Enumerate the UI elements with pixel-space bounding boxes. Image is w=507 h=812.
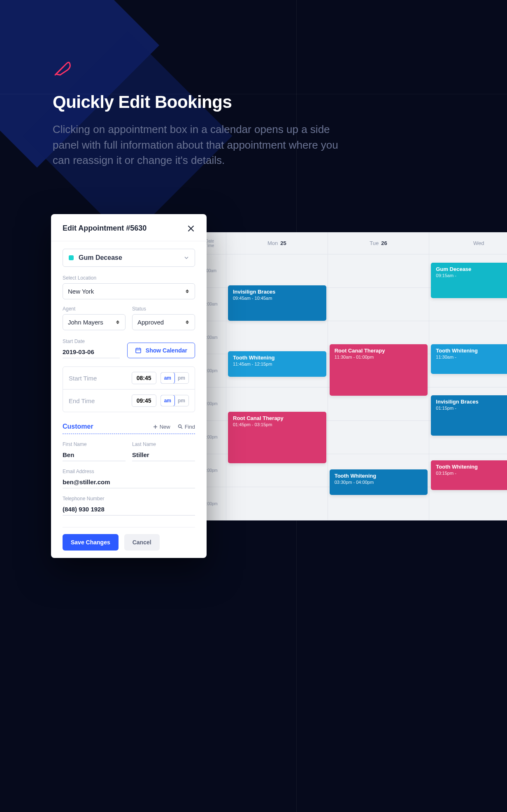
calendar-event[interactable]: Tooth Whitening11:45am - 12:15pm bbox=[228, 351, 326, 377]
status-label: Status bbox=[132, 306, 195, 312]
calendar-event[interactable]: Tooth Whitening11:30am - bbox=[431, 344, 507, 374]
event-title: Tooth Whitening bbox=[436, 464, 507, 470]
event-title: Root Canal Therapy bbox=[335, 348, 423, 354]
event-time: 01:15pm - bbox=[436, 406, 507, 411]
phone-label: Telephone Number bbox=[63, 496, 195, 502]
service-select[interactable]: Gum Decease bbox=[63, 249, 195, 267]
calendar-event[interactable]: Tooth Whitening03:30pm - 04:00pm bbox=[330, 469, 428, 495]
pm-option[interactable]: pm bbox=[174, 395, 188, 406]
service-color-dot bbox=[69, 255, 74, 260]
event-title: Tooth Whitening bbox=[436, 348, 507, 354]
select-arrows-icon bbox=[116, 320, 120, 324]
am-option[interactable]: am bbox=[160, 395, 175, 406]
event-time: 03:30pm - 04:00pm bbox=[335, 480, 423, 485]
feather-icon bbox=[53, 58, 72, 77]
customer-heading: Customer bbox=[63, 423, 93, 430]
calendar-day-header[interactable]: Mon25 bbox=[226, 232, 328, 254]
cancel-button[interactable]: Cancel bbox=[124, 534, 160, 551]
agent-label: Agent bbox=[63, 306, 126, 312]
email-input[interactable] bbox=[63, 477, 195, 488]
svg-rect-1 bbox=[136, 348, 141, 353]
calendar-event[interactable]: Root Canal Therapy11:30am - 01:00pm bbox=[330, 344, 428, 396]
status-select[interactable]: Approved bbox=[132, 314, 195, 330]
svg-point-5 bbox=[178, 425, 181, 428]
edit-appointment-panel: Edit Appointment #5630 Gum Decease Selec… bbox=[51, 214, 207, 558]
end-time-label: End Time bbox=[69, 397, 128, 404]
ampm-toggle[interactable]: am pm bbox=[160, 395, 189, 406]
search-icon bbox=[178, 424, 183, 429]
last-name-label: Last Name bbox=[132, 441, 195, 447]
hero-title: Quickly Edit Bookings bbox=[53, 92, 353, 112]
start-date-label: Start Date bbox=[63, 338, 120, 344]
select-arrows-icon bbox=[186, 289, 190, 293]
select-arrows-icon bbox=[186, 320, 190, 324]
calendar-event[interactable]: Root Canal Therapy01:45pm - 03:15pm bbox=[228, 412, 326, 463]
start-time-input[interactable] bbox=[132, 372, 156, 384]
event-title: Tooth Whitening bbox=[335, 473, 423, 479]
event-title: Tooth Whitening bbox=[233, 355, 321, 361]
event-time: 11:45am - 12:15pm bbox=[233, 362, 321, 366]
hero-section: Quickly Edit Bookings Clicking on appoin… bbox=[53, 58, 353, 168]
calendar-widget: Date Time Mon25 Tue26 Wed 9:00am 10:00am… bbox=[193, 232, 507, 520]
location-label: Select Location bbox=[63, 275, 195, 281]
calendar-day-header[interactable]: Wed bbox=[429, 232, 507, 254]
start-date-input[interactable] bbox=[63, 347, 120, 358]
calendar-event[interactable]: Tooth Whitening03:15pm - bbox=[431, 460, 507, 490]
agent-select[interactable]: John Mayers bbox=[63, 314, 126, 330]
event-time: 03:15pm - bbox=[436, 471, 507, 476]
event-time: 09:15am - bbox=[436, 273, 507, 278]
hero-description: Clicking on appointment box in a calenda… bbox=[53, 122, 353, 168]
end-time-input[interactable] bbox=[132, 394, 156, 407]
event-time: 11:30am - 01:00pm bbox=[335, 355, 423, 359]
email-label: Email Address bbox=[63, 469, 195, 474]
phone-input[interactable] bbox=[63, 504, 195, 516]
event-title: Invisilign Braces bbox=[233, 289, 321, 295]
close-icon[interactable] bbox=[187, 224, 195, 233]
calendar-event[interactable]: Invisilign Braces09:45am - 10:45am bbox=[228, 285, 326, 321]
event-time: 11:30am - bbox=[436, 355, 507, 359]
event-title: Root Canal Therapy bbox=[233, 415, 321, 421]
calendar-event[interactable]: Invisilign Braces01:15pm - bbox=[431, 395, 507, 436]
chevron-down-icon bbox=[184, 255, 189, 260]
panel-title: Edit Appointment #5630 bbox=[63, 224, 147, 233]
find-customer-button[interactable]: Find bbox=[178, 424, 195, 430]
event-title: Gum Decease bbox=[436, 266, 507, 272]
calendar-day-header[interactable]: Tue26 bbox=[328, 232, 430, 254]
first-name-input[interactable] bbox=[63, 450, 126, 461]
svg-line-6 bbox=[181, 427, 182, 429]
show-calendar-button[interactable]: Show Calendar bbox=[127, 343, 195, 358]
pm-option[interactable]: pm bbox=[174, 373, 188, 383]
location-select[interactable]: New York bbox=[63, 283, 195, 299]
am-option[interactable]: am bbox=[160, 372, 175, 384]
last-name-input[interactable] bbox=[132, 450, 195, 461]
new-customer-button[interactable]: New bbox=[153, 424, 170, 430]
first-name-label: First Name bbox=[63, 441, 126, 447]
event-time: 09:45am - 10:45am bbox=[233, 296, 321, 301]
start-time-label: Start Time bbox=[69, 375, 128, 382]
service-name: Gum Decease bbox=[79, 254, 179, 261]
calendar-event[interactable]: Gum Decease09:15am - bbox=[431, 263, 507, 298]
plus-icon bbox=[153, 425, 158, 429]
calendar-icon bbox=[135, 347, 142, 354]
event-title: Invisilign Braces bbox=[436, 399, 507, 405]
ampm-toggle[interactable]: am pm bbox=[160, 372, 189, 384]
event-time: 01:45pm - 03:15pm bbox=[233, 422, 321, 427]
save-button[interactable]: Save Changes bbox=[63, 534, 119, 551]
